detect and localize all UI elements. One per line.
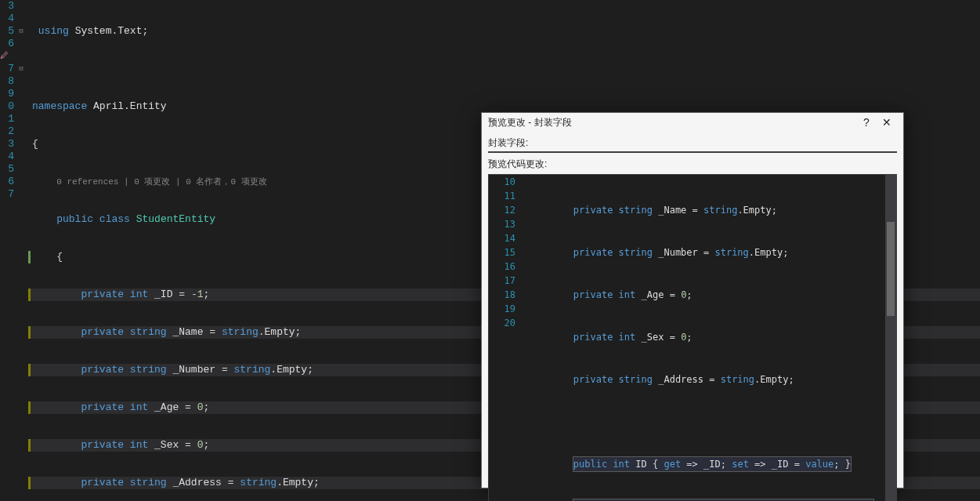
preview-code-changes-label: 预览代码更改: [482, 153, 903, 172]
scroll-thumb[interactable] [887, 222, 895, 316]
preview-changes-dialog: 预览更改 - 封装字段 ? ✕ 封装字段: ▾ ◆ April.Entity.S… [481, 112, 904, 488]
dialog-titlebar[interactable]: 预览更改 - 封装字段 ? ✕ [482, 113, 903, 132]
tree-node-field[interactable]: ▾ ◆ April.Entity.StudentEntity._Address [489, 152, 896, 153]
code-preview[interactable]: 10 11 12 13 14 15 16 17 18 19 20 private… [488, 174, 897, 501]
encapsulate-fields-label: 封装字段: [482, 132, 903, 151]
preview-code-area[interactable]: private string _Name = string.Empty; pri… [520, 175, 896, 501]
line-number-gutter: 3 4 5 6 7 8 9 0 1 2 3 4 5 6 7 [0, 0, 17, 501]
help-button[interactable]: ? [856, 113, 877, 132]
fold-gutter[interactable]: ⊟ ⊟ [17, 0, 25, 501]
close-button[interactable]: ✕ [877, 113, 897, 132]
preview-line-gutter: 10 11 12 13 14 15 16 17 18 19 20 [489, 175, 520, 501]
refactor-icon[interactable]: 🖉 [0, 50, 11, 61]
dialog-title: 预览更改 - 封装字段 [488, 116, 856, 129]
preview-vertical-scrollbar[interactable] [885, 175, 896, 501]
codelens[interactable]: 0 references | 0 项更改 | 0 名作者，0 项更改 [56, 177, 266, 187]
changes-tree[interactable]: ▾ ◆ April.Entity.StudentEntity._Address … [488, 151, 897, 153]
